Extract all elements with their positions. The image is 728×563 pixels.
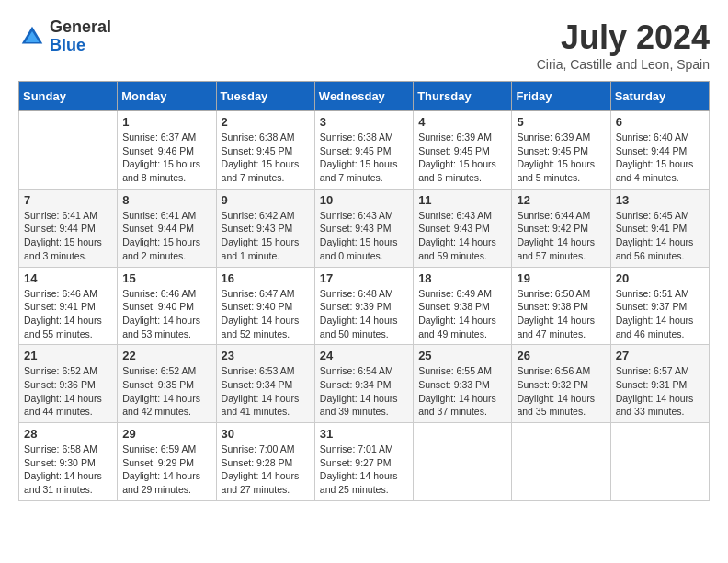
- day-info: Sunrise: 6:55 AMSunset: 9:33 PMDaylight:…: [418, 364, 506, 419]
- day-info: Sunrise: 6:39 AMSunset: 9:45 PMDaylight:…: [517, 131, 605, 185]
- day-cell: 1Sunrise: 6:37 AMSunset: 9:46 PMDaylight…: [118, 111, 216, 190]
- day-info: Sunrise: 7:00 AMSunset: 9:28 PMDaylight:…: [222, 442, 310, 497]
- day-number: 25: [418, 349, 506, 362]
- day-info: Sunrise: 6:40 AMSunset: 9:44 PMDaylight:…: [616, 131, 704, 185]
- day-number: 31: [320, 427, 408, 441]
- day-info: Sunrise: 6:42 AMSunset: 9:43 PMDaylight:…: [222, 209, 310, 263]
- day-info: Sunrise: 6:51 AMSunset: 9:37 PMDaylight:…: [616, 287, 704, 341]
- day-info: Sunrise: 6:43 AMSunset: 9:43 PMDaylight:…: [418, 209, 506, 263]
- week-row-4: 21Sunrise: 6:52 AMSunset: 9:36 PMDayligh…: [19, 345, 710, 423]
- day-number: 3: [320, 115, 408, 129]
- page-header: General Blue July 2024 Ciria, Castille a…: [18, 18, 710, 72]
- day-cell: 15Sunrise: 6:46 AMSunset: 9:40 PMDayligh…: [118, 267, 216, 345]
- day-number: 12: [517, 193, 605, 207]
- day-number: 2: [222, 115, 310, 129]
- day-cell: 31Sunrise: 7:01 AMSunset: 9:27 PMDayligh…: [314, 423, 413, 501]
- day-number: 19: [517, 271, 605, 285]
- day-cell: 12Sunrise: 6:44 AMSunset: 9:42 PMDayligh…: [512, 189, 610, 267]
- day-cell: 8Sunrise: 6:41 AMSunset: 9:44 PMDaylight…: [118, 189, 216, 267]
- day-number: 6: [616, 115, 704, 129]
- day-cell: 20Sunrise: 6:51 AMSunset: 9:37 PMDayligh…: [610, 267, 709, 345]
- day-cell: 14Sunrise: 6:46 AMSunset: 9:41 PMDayligh…: [19, 267, 118, 345]
- week-row-5: 28Sunrise: 6:58 AMSunset: 9:30 PMDayligh…: [19, 423, 710, 501]
- day-cell: 26Sunrise: 6:56 AMSunset: 9:32 PMDayligh…: [512, 345, 610, 423]
- day-cell: 24Sunrise: 6:54 AMSunset: 9:34 PMDayligh…: [314, 345, 413, 423]
- day-cell: 19Sunrise: 6:50 AMSunset: 9:38 PMDayligh…: [512, 267, 610, 345]
- day-cell: 30Sunrise: 7:00 AMSunset: 9:28 PMDayligh…: [216, 423, 314, 501]
- day-cell: 3Sunrise: 6:38 AMSunset: 9:45 PMDaylight…: [314, 111, 413, 190]
- day-info: Sunrise: 6:49 AMSunset: 9:38 PMDaylight:…: [418, 287, 506, 341]
- day-number: 8: [122, 193, 210, 207]
- day-cell: 25Sunrise: 6:55 AMSunset: 9:33 PMDayligh…: [414, 345, 512, 423]
- location: Ciria, Castille and Leon, Spain: [537, 57, 710, 72]
- day-number: 9: [222, 193, 310, 207]
- day-cell: 4Sunrise: 6:39 AMSunset: 9:45 PMDaylight…: [414, 111, 512, 190]
- day-number: 24: [320, 349, 408, 362]
- day-number: 18: [418, 271, 506, 285]
- day-number: 26: [517, 349, 605, 362]
- day-cell: 10Sunrise: 6:43 AMSunset: 9:43 PMDayligh…: [314, 189, 413, 267]
- day-info: Sunrise: 6:37 AMSunset: 9:46 PMDaylight:…: [122, 131, 210, 185]
- day-cell: 21Sunrise: 6:52 AMSunset: 9:36 PMDayligh…: [19, 345, 118, 423]
- day-number: 11: [418, 193, 506, 207]
- day-number: 4: [418, 115, 506, 129]
- day-info: Sunrise: 6:59 AMSunset: 9:29 PMDaylight:…: [122, 442, 210, 497]
- day-number: 29: [122, 427, 210, 441]
- logo-text: General Blue: [50, 18, 111, 55]
- day-cell: 7Sunrise: 6:41 AMSunset: 9:44 PMDaylight…: [19, 189, 118, 267]
- day-cell: 11Sunrise: 6:43 AMSunset: 9:43 PMDayligh…: [414, 189, 512, 267]
- day-cell: [610, 423, 709, 501]
- calendar-header-row: SundayMondayTuesdayWednesdayThursdayFrid…: [19, 82, 710, 111]
- month-year: July 2024: [537, 18, 710, 57]
- day-info: Sunrise: 6:46 AMSunset: 9:40 PMDaylight:…: [122, 287, 210, 341]
- day-info: Sunrise: 6:58 AMSunset: 9:30 PMDaylight:…: [24, 442, 112, 497]
- day-number: 28: [24, 427, 112, 441]
- day-cell: [414, 423, 512, 501]
- day-number: 30: [222, 427, 310, 441]
- day-info: Sunrise: 6:52 AMSunset: 9:36 PMDaylight:…: [24, 364, 112, 419]
- day-info: Sunrise: 6:54 AMSunset: 9:34 PMDaylight:…: [320, 364, 408, 419]
- day-info: Sunrise: 6:46 AMSunset: 9:41 PMDaylight:…: [24, 287, 112, 341]
- day-number: 14: [24, 271, 112, 285]
- day-cell: 29Sunrise: 6:59 AMSunset: 9:29 PMDayligh…: [118, 423, 216, 501]
- day-info: Sunrise: 6:38 AMSunset: 9:45 PMDaylight:…: [320, 131, 408, 185]
- day-info: Sunrise: 6:48 AMSunset: 9:39 PMDaylight:…: [320, 287, 408, 341]
- logo-icon: [18, 23, 46, 51]
- header-sunday: Sunday: [19, 82, 118, 111]
- header-saturday: Saturday: [610, 82, 709, 111]
- day-info: Sunrise: 6:43 AMSunset: 9:43 PMDaylight:…: [320, 209, 408, 263]
- day-cell: 2Sunrise: 6:38 AMSunset: 9:45 PMDaylight…: [216, 111, 314, 190]
- day-info: Sunrise: 6:50 AMSunset: 9:38 PMDaylight:…: [517, 287, 605, 341]
- day-info: Sunrise: 6:41 AMSunset: 9:44 PMDaylight:…: [24, 209, 112, 263]
- day-number: 21: [24, 349, 112, 362]
- day-info: Sunrise: 6:39 AMSunset: 9:45 PMDaylight:…: [418, 131, 506, 185]
- day-number: 1: [122, 115, 210, 129]
- logo-blue: Blue: [50, 37, 111, 55]
- day-number: 13: [616, 193, 704, 207]
- week-row-3: 14Sunrise: 6:46 AMSunset: 9:41 PMDayligh…: [19, 267, 710, 345]
- day-info: Sunrise: 6:53 AMSunset: 9:34 PMDaylight:…: [222, 364, 310, 419]
- day-cell: [19, 111, 118, 190]
- day-number: 15: [122, 271, 210, 285]
- day-info: Sunrise: 6:52 AMSunset: 9:35 PMDaylight:…: [122, 364, 210, 419]
- title-block: July 2024 Ciria, Castille and Leon, Spai…: [537, 18, 710, 72]
- day-info: Sunrise: 6:45 AMSunset: 9:41 PMDaylight:…: [616, 209, 704, 263]
- logo: General Blue: [18, 18, 111, 55]
- logo-general: General: [50, 18, 111, 37]
- day-number: 17: [320, 271, 408, 285]
- day-cell: 23Sunrise: 6:53 AMSunset: 9:34 PMDayligh…: [216, 345, 314, 423]
- header-tuesday: Tuesday: [216, 82, 314, 111]
- day-cell: 27Sunrise: 6:57 AMSunset: 9:31 PMDayligh…: [610, 345, 709, 423]
- day-cell: 22Sunrise: 6:52 AMSunset: 9:35 PMDayligh…: [118, 345, 216, 423]
- day-info: Sunrise: 6:38 AMSunset: 9:45 PMDaylight:…: [222, 131, 310, 185]
- day-cell: 16Sunrise: 6:47 AMSunset: 9:40 PMDayligh…: [216, 267, 314, 345]
- calendar-table: SundayMondayTuesdayWednesdayThursdayFrid…: [18, 81, 710, 501]
- day-cell: 5Sunrise: 6:39 AMSunset: 9:45 PMDaylight…: [512, 111, 610, 190]
- day-info: Sunrise: 6:44 AMSunset: 9:42 PMDaylight:…: [517, 209, 605, 263]
- header-thursday: Thursday: [414, 82, 512, 111]
- day-number: 7: [24, 193, 112, 207]
- header-monday: Monday: [118, 82, 216, 111]
- day-number: 16: [222, 271, 310, 285]
- day-info: Sunrise: 6:57 AMSunset: 9:31 PMDaylight:…: [616, 364, 704, 419]
- day-number: 10: [320, 193, 408, 207]
